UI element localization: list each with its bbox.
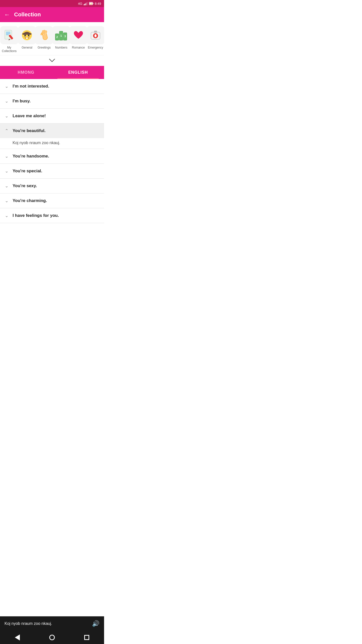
chevron-icon-2: ⌄ — [4, 98, 9, 104]
greetings-label: Greetings — [37, 46, 51, 49]
my-collections-icon — [0, 26, 18, 44]
svg-text:2: 2 — [56, 35, 58, 38]
category-numbers[interactable]: 2 1 3 Numbers — [53, 26, 70, 49]
chevron-icon-6: ⌄ — [4, 168, 9, 174]
phrase-item-2[interactable]: ⌄ I'm busy. — [0, 94, 104, 109]
phrase-header-8[interactable]: ⌄ You're charming. — [0, 193, 104, 208]
phrase-item-9[interactable]: ⌄ I have feelings for you. — [0, 208, 104, 223]
phrase-text-5: You're handsome. — [13, 154, 49, 159]
numbers-icon: 2 1 3 — [52, 26, 70, 44]
categories-row: My Collections General — [0, 22, 104, 55]
phrase-text-7: You're sexy. — [13, 183, 37, 188]
phrase-list: ⌄ I'm not interested. ⌄ I'm busy. ⌄ Leav… — [0, 79, 104, 251]
tab-english[interactable]: ENGLISH — [52, 66, 104, 79]
numbers-label: Numbers — [55, 46, 67, 49]
romance-label: Romance — [72, 46, 85, 49]
svg-text:3: 3 — [64, 35, 66, 38]
greetings-icon — [35, 26, 53, 44]
phrase-header-7[interactable]: ⌄ You're sexy. — [0, 179, 104, 193]
general-icon — [18, 26, 36, 44]
category-romance[interactable]: Romance — [70, 26, 87, 49]
svg-rect-0 — [84, 4, 84, 5]
svg-rect-2 — [86, 3, 86, 5]
app-bar: ← Collection — [0, 7, 104, 22]
phrase-text-8: You're charming. — [13, 198, 47, 203]
phrase-text-4: You're beautiful. — [13, 128, 46, 133]
time-display: 8:49 — [95, 2, 101, 6]
svg-rect-1 — [85, 4, 85, 5]
svg-point-16 — [24, 35, 26, 36]
svg-text:⚡: ⚡ — [90, 3, 92, 5]
phrase-item-8[interactable]: ⌄ You're charming. — [0, 193, 104, 208]
svg-rect-33 — [95, 34, 96, 37]
svg-rect-15 — [22, 33, 31, 35]
phrase-item-5[interactable]: ⌄ You're handsome. — [0, 149, 104, 164]
romance-icon — [69, 26, 87, 44]
back-button[interactable]: ← — [4, 11, 10, 18]
svg-rect-5 — [93, 3, 93, 4]
svg-point-19 — [25, 37, 26, 37]
category-greetings[interactable]: Greetings — [35, 26, 53, 49]
svg-rect-22 — [26, 38, 28, 39]
signal-icon — [84, 2, 88, 5]
page-title: Collection — [14, 11, 41, 18]
svg-point-20 — [29, 36, 30, 37]
phrase-header-2[interactable]: ⌄ I'm busy. — [0, 94, 104, 108]
chevron-icon-5: ⌄ — [4, 153, 9, 159]
svg-point-17 — [28, 35, 29, 36]
phrase-item-4[interactable]: ⌃ You're beautiful. Koj nyob nraum zoo n… — [0, 124, 104, 149]
emergency-label: Emergency — [88, 46, 103, 49]
phrase-item-1[interactable]: ⌄ I'm not interested. — [0, 79, 104, 94]
language-tabs: HMONG ENGLISH — [0, 66, 104, 79]
phrase-item-6[interactable]: ⌄ You're special. — [0, 164, 104, 179]
status-bar: 4G ⚡ 8:49 — [0, 0, 104, 7]
phrase-text-1: I'm not interested. — [13, 84, 49, 89]
battery-icon: ⚡ — [89, 2, 94, 5]
phrase-header-1[interactable]: ⌄ I'm not interested. — [0, 79, 104, 94]
svg-rect-30 — [94, 31, 97, 33]
phrase-header-5[interactable]: ⌄ You're handsome. — [0, 149, 104, 164]
phrase-header-3[interactable]: ⌄ Leave me alone! — [0, 109, 104, 123]
svg-point-21 — [28, 37, 29, 37]
my-collections-label: My Collections — [1, 46, 17, 53]
phrase-text-6: You're special. — [13, 169, 42, 174]
phrase-text-3: Leave me alone! — [13, 113, 46, 118]
network-indicator: 4G — [78, 2, 82, 6]
phrase-header-6[interactable]: ⌄ You're special. — [0, 164, 104, 178]
phrase-item-3[interactable]: ⌄ Leave me alone! — [0, 109, 104, 124]
chevron-icon-7: ⌄ — [4, 183, 9, 189]
chevron-icon-1: ⌄ — [4, 84, 9, 89]
general-label: General — [22, 46, 32, 49]
phrase-text-2: I'm busy. — [13, 99, 31, 104]
phrase-translation-4: Koj nyob nraum zoo nkauj. — [0, 138, 104, 149]
chevron-down-icon — [49, 57, 55, 63]
chevron-icon-9: ⌄ — [4, 213, 9, 218]
chevron-icon-3: ⌄ — [4, 113, 9, 119]
status-icons: 4G ⚡ 8:49 — [78, 2, 101, 6]
category-general[interactable]: General — [18, 26, 35, 49]
phrase-header-9[interactable]: ⌄ I have feelings for you. — [0, 208, 104, 223]
phrase-text-9: I have feelings for you. — [13, 213, 59, 218]
emergency-icon — [86, 26, 104, 44]
phrase-item-7[interactable]: ⌄ You're sexy. — [0, 179, 104, 193]
svg-point-18 — [24, 36, 25, 37]
svg-rect-3 — [87, 2, 87, 5]
category-emergency[interactable]: Emergency — [87, 26, 104, 49]
tab-hmong[interactable]: HMONG — [0, 66, 52, 79]
chevron-icon-8: ⌄ — [4, 198, 9, 204]
category-my-collections[interactable]: My Collections — [0, 26, 18, 53]
svg-text:1: 1 — [60, 34, 62, 37]
chevron-icon-4: ⌃ — [4, 128, 9, 134]
phrase-header-4[interactable]: ⌃ You're beautiful. — [0, 124, 104, 138]
expand-categories-button[interactable] — [0, 55, 104, 66]
